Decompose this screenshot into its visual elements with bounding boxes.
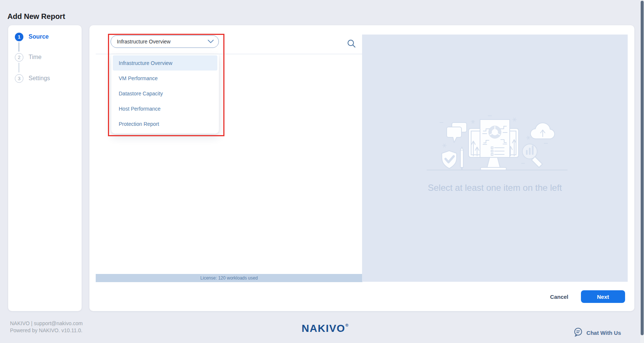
shield-check-icon <box>442 151 457 169</box>
nakivo-logo: NAKIVO® <box>302 323 348 334</box>
wizard-step-time[interactable]: 2 Time <box>15 53 42 62</box>
menu-item-protection-report[interactable]: Protection Report <box>113 116 217 131</box>
search-icon[interactable] <box>347 39 356 48</box>
empty-state-message: Select at least one item on the left <box>428 183 562 193</box>
step-connector <box>19 42 19 52</box>
menu-item-infrastructure-overview[interactable]: Infrastructure Overview <box>113 55 217 71</box>
footer-version-line: Powered by NAKIVO. v10.11.0. <box>10 327 83 334</box>
menu-item-datastore-capacity[interactable]: Datastore Capacity <box>113 86 217 101</box>
license-bar: License: 120 workloads used <box>96 274 362 282</box>
step-number-badge: 1 <box>15 33 23 41</box>
footer-info: NAKIVO | support@nakivo.com Powered by N… <box>10 320 83 334</box>
wizard-actions: Cancel Next <box>548 290 625 303</box>
next-button[interactable]: Next <box>581 290 625 303</box>
report-type-dropdown-value: Infrastructure Overview <box>117 39 171 45</box>
license-text: License: 120 workloads used <box>200 275 258 281</box>
step-number-badge: 3 <box>15 74 23 83</box>
registered-mark: ® <box>345 323 348 327</box>
wizard-step-settings[interactable]: 3 Settings <box>15 74 50 83</box>
pencil-icon <box>460 147 463 170</box>
wizard-sidebar: 1 Source 2 Time 3 Settings <box>8 25 82 311</box>
page-scrollbar[interactable] <box>640 0 644 343</box>
report-type-menu: Infrastructure Overview VM Performance D… <box>111 54 219 134</box>
chat-label: Chat With Us <box>586 330 621 336</box>
step-connector <box>19 63 19 72</box>
menu-item-host-performance[interactable]: Host Performance <box>113 101 217 116</box>
footer-support-line: NAKIVO | support@nakivo.com <box>10 320 83 327</box>
source-step-panel: Infrastructure Overview Infrastructure O… <box>89 25 634 311</box>
step-label: Settings <box>29 75 50 82</box>
chat-bubble-icon <box>573 327 583 338</box>
page-title: Add New Report <box>7 12 65 21</box>
chevron-down-icon <box>208 39 214 45</box>
scrollbar-thumb[interactable] <box>641 1 644 335</box>
menu-item-vm-performance[interactable]: VM Performance <box>113 71 217 86</box>
chat-bubbles-icon <box>447 122 467 143</box>
cancel-button[interactable]: Cancel <box>548 293 571 300</box>
report-type-dropdown[interactable]: Infrastructure Overview <box>111 35 219 48</box>
preview-panel: Select at least one item on the left <box>362 35 628 282</box>
reports-illustration <box>419 114 571 173</box>
upload-cloud-icon <box>530 123 555 139</box>
report-document-donut-chart-icon <box>480 120 510 157</box>
step-number-badge: 2 <box>15 53 23 62</box>
magnifier-bar-chart-icon <box>522 144 542 167</box>
step-label: Source <box>29 33 49 40</box>
wizard-step-source[interactable]: 1 Source <box>15 32 49 41</box>
chat-with-us-button[interactable]: Chat With Us <box>571 327 623 339</box>
step-label: Time <box>29 54 42 61</box>
